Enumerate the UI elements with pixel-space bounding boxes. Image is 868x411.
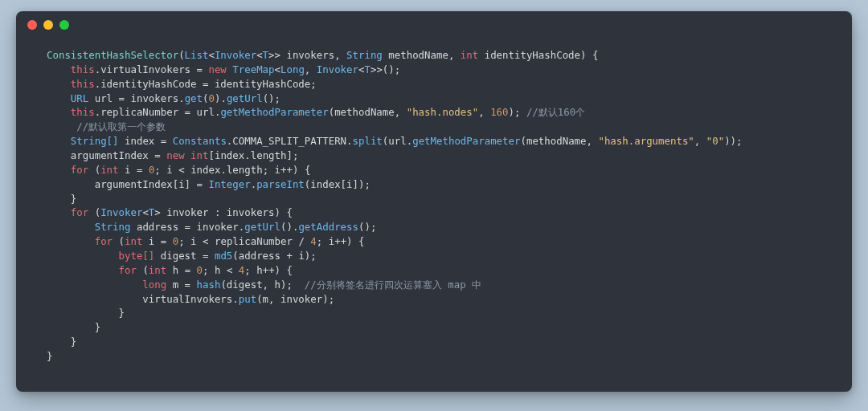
expr-url2: url bbox=[388, 135, 406, 147]
str-zero: "0" bbox=[706, 135, 724, 147]
var-i1c: i bbox=[275, 164, 280, 176]
expr-url: url bbox=[197, 106, 215, 118]
window-titlebar bbox=[16, 11, 852, 39]
kw-for1: for bbox=[71, 164, 88, 176]
kw-int5: int bbox=[149, 264, 166, 276]
kw-for3: for bbox=[95, 235, 113, 247]
fn-get: get bbox=[185, 92, 203, 104]
arg-methodname: methodName bbox=[334, 106, 395, 118]
kw-for4: for bbox=[119, 264, 137, 276]
kw-for2: for bbox=[71, 206, 88, 218]
expr-vinvokers: virtualInvokers bbox=[142, 293, 232, 305]
kw-new: new bbox=[208, 63, 226, 75]
expr-invokers: invokers bbox=[130, 92, 178, 104]
str-hashargs: "hash.arguments" bbox=[598, 135, 694, 147]
var-i2d: i bbox=[298, 250, 304, 262]
expr-index3: index bbox=[310, 178, 340, 190]
type-treemap: TreeMap bbox=[232, 63, 274, 75]
var-address: address bbox=[137, 221, 178, 233]
zoom-icon[interactable] bbox=[59, 20, 69, 30]
type-url: URL bbox=[71, 92, 88, 104]
num-0a: 0 bbox=[209, 92, 215, 104]
field-idhash: identityHashCode bbox=[100, 78, 196, 90]
type-string: String bbox=[346, 49, 383, 61]
field-virtualinvokers: virtualInvokers bbox=[100, 63, 190, 75]
var-digest: digest bbox=[161, 250, 197, 262]
close-icon[interactable] bbox=[27, 20, 37, 30]
fn-put: put bbox=[239, 293, 256, 305]
var-i1e: i bbox=[346, 178, 352, 190]
fn-split: split bbox=[353, 135, 383, 147]
code-window: ConsistentHashSelector(List<Invoker<T>> … bbox=[16, 11, 852, 392]
type-string2: String bbox=[95, 221, 131, 233]
fn-hash: hash bbox=[197, 279, 221, 291]
fn-getmethodparam2: getMethodParameter bbox=[412, 135, 520, 147]
type-constants: Constants bbox=[173, 135, 227, 147]
expr-identity: identityHashCode bbox=[215, 78, 310, 90]
field-replica: replicaNumber bbox=[100, 106, 178, 118]
var-i1b: i bbox=[166, 164, 172, 176]
comment-hash: //分别将签名进行四次运算塞入 map 中 bbox=[305, 279, 481, 291]
kw-this: this bbox=[71, 63, 95, 75]
expr-m: m bbox=[263, 293, 268, 305]
var-index: index bbox=[125, 135, 154, 147]
expr-invoker: invoker bbox=[197, 221, 239, 233]
str-hashnodes: "hash.nodes" bbox=[407, 106, 479, 118]
type-invoker: Invoker bbox=[215, 49, 256, 61]
fn-geturl2: getUrl bbox=[244, 221, 280, 233]
ctor-name: ConsistentHashSelector bbox=[47, 49, 178, 61]
fn-geturl: getUrl bbox=[227, 92, 263, 104]
param-methodname: methodName bbox=[388, 49, 448, 61]
kw-this3: this bbox=[71, 106, 95, 118]
var-h4: h bbox=[275, 279, 280, 291]
expr-address: address bbox=[239, 250, 280, 262]
type-stringarr: String[] bbox=[71, 135, 119, 147]
type-generic-t: T bbox=[263, 49, 268, 61]
var-h3: h bbox=[256, 264, 262, 276]
const-commapattern: COMMA_SPLIT_PATTERN bbox=[232, 135, 346, 147]
type-list: List bbox=[185, 49, 209, 61]
type-integer: Integer bbox=[208, 178, 250, 190]
comment-160: //默认160个 bbox=[526, 106, 585, 118]
comment-firstarg: //默认取第一个参数 bbox=[76, 120, 166, 132]
kw-int2: int bbox=[190, 149, 208, 161]
var-url: url bbox=[95, 92, 113, 104]
expr-replica: replicaNumber bbox=[215, 235, 293, 247]
var-argidx: argumentIndex bbox=[71, 149, 149, 161]
expr-argidx: argumentIndex bbox=[95, 178, 173, 190]
type-generic-t2: T bbox=[364, 63, 370, 75]
fn-getaddress: getAddress bbox=[298, 221, 358, 233]
prop-length: length bbox=[251, 149, 287, 161]
var-invoker: invoker bbox=[166, 206, 208, 218]
num-160: 160 bbox=[490, 106, 508, 118]
kw-int3: int bbox=[100, 164, 118, 176]
minimize-icon[interactable] bbox=[43, 20, 53, 30]
kw-long: long bbox=[142, 279, 166, 291]
kw-bytearr: byte[] bbox=[119, 250, 155, 262]
expr-digest: digest bbox=[227, 279, 263, 291]
type-long: Long bbox=[280, 63, 305, 75]
kw-int: int bbox=[461, 49, 478, 61]
expr-invoker2: invoker bbox=[280, 293, 322, 305]
prop-length2: length bbox=[227, 164, 263, 176]
expr-index: index bbox=[215, 149, 244, 161]
fn-md5: md5 bbox=[215, 250, 232, 262]
type-invoker3: Invoker bbox=[100, 206, 142, 218]
expr-invokers2: invokers bbox=[227, 206, 275, 218]
num-0d: 0 bbox=[197, 264, 203, 276]
kw-new2: new bbox=[166, 149, 184, 161]
var-i2b: i bbox=[190, 235, 196, 247]
param-identity: identityHashCode bbox=[485, 49, 580, 61]
num-4a: 4 bbox=[310, 235, 316, 247]
param-invokers: invokers bbox=[286, 49, 334, 61]
type-invoker2: Invoker bbox=[317, 63, 358, 75]
expr-index2: index bbox=[190, 164, 220, 176]
kw-this2: this bbox=[71, 78, 95, 90]
arg-methodname2: methodName bbox=[526, 135, 587, 147]
fn-parseint: parseInt bbox=[256, 178, 305, 190]
code-block: ConsistentHashSelector(List<Invoker<T>> … bbox=[16, 39, 852, 380]
var-i1d: i bbox=[178, 178, 184, 190]
fn-getmethodparam: getMethodParameter bbox=[220, 106, 328, 118]
kw-int4: int bbox=[125, 235, 142, 247]
